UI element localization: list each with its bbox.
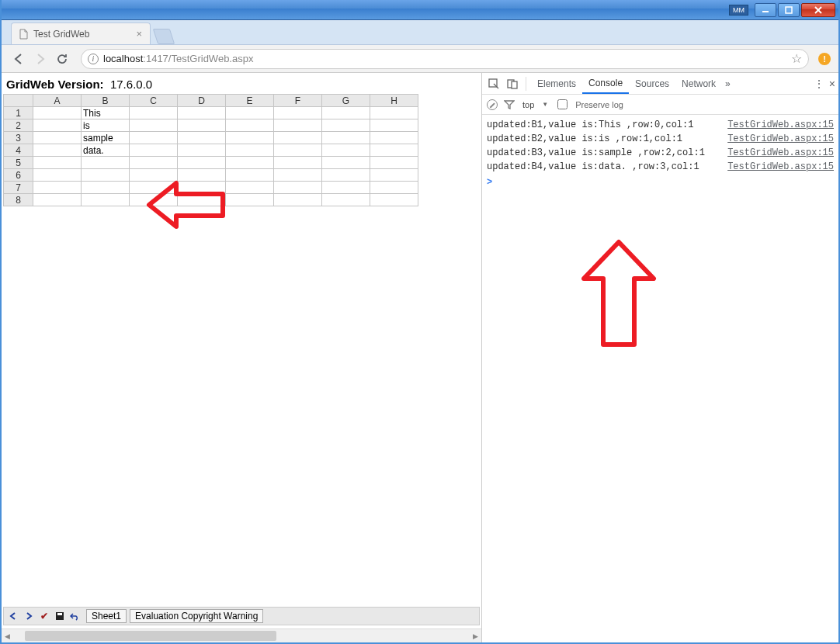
address-bar[interactable]: i localhost:1417/TestGridWeb.aspx ☆	[81, 49, 809, 69]
devtools-tab-elements[interactable]: Elements	[531, 73, 582, 94]
console-source-link[interactable]: TestGridWeb.aspx:15	[727, 133, 834, 144]
grid-cell[interactable]	[274, 132, 322, 144]
grid-cell[interactable]	[322, 144, 370, 157]
column-header[interactable]: F	[274, 95, 322, 107]
devtools-menu-icon[interactable]: ⋮	[814, 78, 824, 90]
devtools-tab-sources[interactable]: Sources	[629, 73, 675, 94]
grid-cell[interactable]	[322, 132, 370, 144]
row-header[interactable]: 7	[4, 182, 33, 194]
grid-cell[interactable]	[130, 107, 178, 119]
scrollbar-thumb[interactable]	[25, 631, 276, 641]
column-header[interactable]: B	[82, 95, 130, 107]
grid-cell[interactable]	[33, 119, 82, 132]
grid-cell[interactable]	[370, 144, 418, 157]
grid-cell[interactable]: is	[82, 119, 130, 132]
site-info-icon[interactable]: i	[88, 54, 99, 64]
scroll-left-icon[interactable]: ◀	[2, 629, 13, 642]
grid-cell[interactable]	[274, 182, 322, 194]
sheet-tab[interactable]: Sheet1	[86, 609, 127, 623]
column-header[interactable]: D	[178, 95, 226, 107]
grid-cell[interactable]	[322, 107, 370, 119]
grid-cell[interactable]	[178, 157, 226, 169]
reload-button[interactable]	[53, 50, 71, 68]
grid-cell[interactable]	[33, 182, 82, 194]
console-source-link[interactable]: TestGridWeb.aspx:15	[727, 119, 834, 130]
grid-cell[interactable]	[82, 182, 130, 194]
warning-indicator-icon[interactable]: !	[818, 53, 831, 65]
grid-cell[interactable]	[226, 157, 274, 169]
grid-cell[interactable]	[322, 119, 370, 132]
preserve-log-checkbox[interactable]	[557, 99, 568, 109]
grid-cell[interactable]	[322, 157, 370, 169]
grid-cell[interactable]: This	[82, 107, 130, 119]
grid-cell[interactable]	[226, 194, 274, 206]
context-dropdown-icon[interactable]: ▼	[542, 101, 548, 108]
column-header[interactable]: C	[130, 95, 178, 107]
grid-cell[interactable]	[130, 194, 178, 206]
tab-close-icon[interactable]: ×	[128, 28, 142, 40]
more-tabs-icon[interactable]: »	[725, 78, 731, 89]
column-header[interactable]: E	[226, 95, 274, 107]
grid-cell[interactable]	[370, 107, 418, 119]
maximize-button[interactable]	[778, 3, 800, 17]
row-header[interactable]: 2	[4, 119, 33, 132]
console-output[interactable]: updated:B1,value is:This ,row:0,col:1Tes…	[482, 115, 838, 642]
grid-cell[interactable]	[82, 157, 130, 169]
grid-cell[interactable]	[226, 144, 274, 157]
grid-cell[interactable]	[33, 144, 82, 157]
grid-cell[interactable]	[226, 169, 274, 182]
context-selector[interactable]: top	[522, 100, 534, 109]
close-button[interactable]	[801, 3, 835, 17]
minimize-button[interactable]	[755, 3, 776, 17]
grid-cell[interactable]	[226, 182, 274, 194]
grid-cell[interactable]	[322, 169, 370, 182]
grid-cell[interactable]	[178, 132, 226, 144]
grid-cell[interactable]	[226, 107, 274, 119]
row-header[interactable]: 3	[4, 132, 33, 144]
grid-cell[interactable]	[178, 169, 226, 182]
grid-cell[interactable]	[178, 182, 226, 194]
evaluation-warning-tab[interactable]: Evaluation Copyright Warning	[130, 609, 263, 623]
row-header[interactable]: 4	[4, 144, 33, 157]
grid-cell[interactable]	[130, 182, 178, 194]
device-toggle-icon[interactable]	[504, 78, 521, 90]
grid-cell[interactable]	[370, 194, 418, 206]
row-header[interactable]: 1	[4, 107, 33, 119]
grid-cell[interactable]	[370, 182, 418, 194]
undo-icon[interactable]	[69, 610, 82, 622]
console-source-link[interactable]: TestGridWeb.aspx:15	[727, 161, 834, 172]
gridweb-table[interactable]: ABCDEFGH 1This2is3sample4data.5678	[3, 94, 418, 206]
devtools-close-icon[interactable]: ×	[829, 78, 835, 90]
filter-icon[interactable]	[504, 100, 515, 109]
grid-cell[interactable]	[370, 169, 418, 182]
column-header[interactable]: G	[322, 95, 370, 107]
save-icon[interactable]	[54, 610, 66, 622]
row-header[interactable]: 6	[4, 169, 33, 182]
row-header[interactable]: 5	[4, 157, 33, 169]
console-source-link[interactable]: TestGridWeb.aspx:15	[727, 147, 834, 158]
grid-cell[interactable]	[33, 107, 82, 119]
grid-cell[interactable]	[274, 107, 322, 119]
grid-cell[interactable]	[33, 132, 82, 144]
devtools-tab-console[interactable]: Console	[582, 73, 629, 94]
grid-cell[interactable]	[130, 169, 178, 182]
inspect-element-icon[interactable]	[485, 78, 502, 90]
row-header[interactable]: 8	[4, 194, 33, 206]
grid-cell[interactable]	[274, 169, 322, 182]
back-button[interactable]	[9, 50, 28, 68]
grid-cell[interactable]	[33, 194, 82, 206]
console-prompt[interactable]: >	[487, 174, 834, 188]
grid-cell[interactable]	[178, 119, 226, 132]
grid-cell[interactable]	[82, 169, 130, 182]
sheet-prev-icon[interactable]	[7, 610, 19, 622]
commit-icon[interactable]: ✔	[38, 610, 50, 622]
bookmark-icon[interactable]: ☆	[791, 51, 802, 66]
grid-cell[interactable]	[130, 132, 178, 144]
grid-cell[interactable]: data.	[82, 144, 130, 157]
clear-console-icon[interactable]	[487, 99, 498, 110]
grid-cell[interactable]	[178, 107, 226, 119]
grid-cell[interactable]	[178, 144, 226, 157]
new-tab-button[interactable]	[153, 29, 175, 44]
grid-cell[interactable]	[274, 157, 322, 169]
grid-cell[interactable]	[322, 182, 370, 194]
